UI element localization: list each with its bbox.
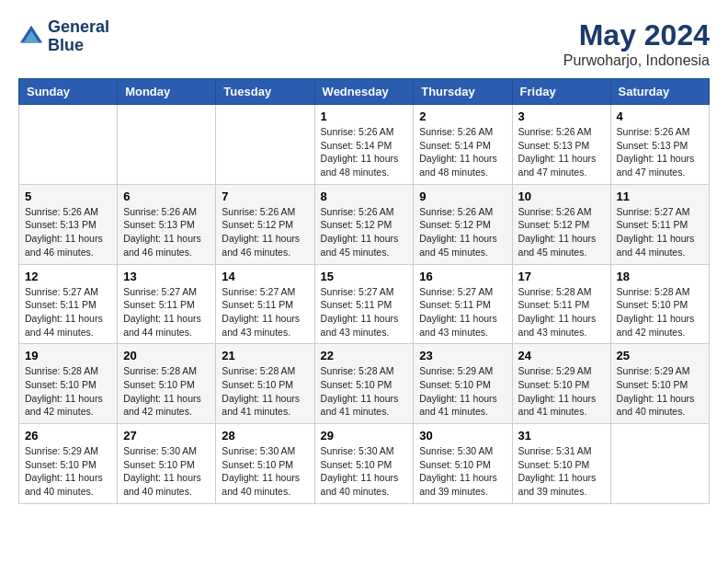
calendar-cell: 22Sunrise: 5:28 AM Sunset: 5:10 PM Dayli… xyxy=(314,344,414,424)
day-number: 19 xyxy=(25,349,111,362)
day-number: 21 xyxy=(222,349,308,362)
day-info: Sunrise: 5:27 AM Sunset: 5:11 PM Dayligh… xyxy=(321,285,408,339)
day-number: 10 xyxy=(518,190,605,203)
day-number: 7 xyxy=(222,190,308,203)
day-number: 9 xyxy=(419,190,506,203)
calendar-cell: 26Sunrise: 5:29 AM Sunset: 5:10 PM Dayli… xyxy=(19,424,118,504)
calendar-cell: 17Sunrise: 5:28 AM Sunset: 5:11 PM Dayli… xyxy=(512,264,610,344)
calendar-cell: 4Sunrise: 5:26 AM Sunset: 5:13 PM Daylig… xyxy=(610,105,709,185)
calendar-cell: 3Sunrise: 5:26 AM Sunset: 5:13 PM Daylig… xyxy=(512,105,610,185)
weekday-header: Wednesday xyxy=(314,79,414,105)
day-info: Sunrise: 5:29 AM Sunset: 5:10 PM Dayligh… xyxy=(617,364,703,419)
day-number: 3 xyxy=(518,109,605,123)
day-number: 27 xyxy=(123,429,210,442)
day-info: Sunrise: 5:31 AM Sunset: 5:10 PM Dayligh… xyxy=(518,444,605,499)
title-block: May 2024 Purwoharjo, Indonesia xyxy=(563,18,710,69)
calendar-week-row: 19Sunrise: 5:28 AM Sunset: 5:10 PM Dayli… xyxy=(19,344,710,424)
day-number: 23 xyxy=(419,349,506,362)
day-info: Sunrise: 5:27 AM Sunset: 5:11 PM Dayligh… xyxy=(25,285,111,339)
day-info: Sunrise: 5:26 AM Sunset: 5:13 PM Dayligh… xyxy=(123,205,210,259)
weekday-header: Sunday xyxy=(19,79,118,105)
calendar-cell: 25Sunrise: 5:29 AM Sunset: 5:10 PM Dayli… xyxy=(610,344,709,424)
day-info: Sunrise: 5:30 AM Sunset: 5:10 PM Dayligh… xyxy=(222,444,308,499)
day-info: Sunrise: 5:28 AM Sunset: 5:10 PM Dayligh… xyxy=(321,364,408,419)
day-info: Sunrise: 5:30 AM Sunset: 5:10 PM Dayligh… xyxy=(123,444,210,499)
calendar-cell: 15Sunrise: 5:27 AM Sunset: 5:11 PM Dayli… xyxy=(314,264,414,344)
calendar-cell xyxy=(216,105,314,185)
day-number: 20 xyxy=(123,349,210,362)
calendar-cell: 12Sunrise: 5:27 AM Sunset: 5:11 PM Dayli… xyxy=(19,264,118,344)
day-number: 13 xyxy=(123,270,210,283)
calendar-cell: 9Sunrise: 5:26 AM Sunset: 5:12 PM Daylig… xyxy=(414,184,512,264)
calendar-week-row: 26Sunrise: 5:29 AM Sunset: 5:10 PM Dayli… xyxy=(19,424,710,504)
day-number: 31 xyxy=(518,429,605,442)
day-info: Sunrise: 5:26 AM Sunset: 5:13 PM Dayligh… xyxy=(617,125,703,179)
calendar-cell: 19Sunrise: 5:28 AM Sunset: 5:10 PM Dayli… xyxy=(19,344,118,424)
calendar-cell: 20Sunrise: 5:28 AM Sunset: 5:10 PM Dayli… xyxy=(118,344,216,424)
day-info: Sunrise: 5:28 AM Sunset: 5:10 PM Dayligh… xyxy=(617,285,703,339)
calendar-week-row: 5Sunrise: 5:26 AM Sunset: 5:13 PM Daylig… xyxy=(19,184,710,264)
day-number: 15 xyxy=(321,270,408,283)
weekday-header: Saturday xyxy=(610,79,709,105)
day-number: 26 xyxy=(25,429,111,442)
day-info: Sunrise: 5:26 AM Sunset: 5:12 PM Dayligh… xyxy=(222,205,308,259)
calendar-cell: 7Sunrise: 5:26 AM Sunset: 5:12 PM Daylig… xyxy=(216,184,314,264)
calendar-cell: 30Sunrise: 5:30 AM Sunset: 5:10 PM Dayli… xyxy=(414,424,512,504)
day-number: 18 xyxy=(617,270,703,283)
day-number: 4 xyxy=(617,109,703,123)
logo-text: General Blue xyxy=(48,18,109,55)
month-title: May 2024 xyxy=(563,18,710,52)
calendar-cell: 21Sunrise: 5:28 AM Sunset: 5:10 PM Dayli… xyxy=(216,344,314,424)
day-info: Sunrise: 5:30 AM Sunset: 5:10 PM Dayligh… xyxy=(321,444,408,499)
logo: General Blue xyxy=(18,18,109,55)
logo-icon xyxy=(18,24,44,50)
day-info: Sunrise: 5:28 AM Sunset: 5:10 PM Dayligh… xyxy=(123,364,210,419)
day-number: 25 xyxy=(617,349,703,362)
day-number: 5 xyxy=(25,190,111,203)
weekday-header: Thursday xyxy=(414,79,512,105)
calendar-cell: 8Sunrise: 5:26 AM Sunset: 5:12 PM Daylig… xyxy=(314,184,414,264)
calendar-cell: 1Sunrise: 5:26 AM Sunset: 5:14 PM Daylig… xyxy=(314,105,414,185)
day-info: Sunrise: 5:28 AM Sunset: 5:11 PM Dayligh… xyxy=(518,285,605,339)
day-info: Sunrise: 5:27 AM Sunset: 5:11 PM Dayligh… xyxy=(123,285,210,339)
calendar-cell: 14Sunrise: 5:27 AM Sunset: 5:11 PM Dayli… xyxy=(216,264,314,344)
day-info: Sunrise: 5:30 AM Sunset: 5:10 PM Dayligh… xyxy=(419,444,506,499)
day-number: 14 xyxy=(222,270,308,283)
calendar-cell: 16Sunrise: 5:27 AM Sunset: 5:11 PM Dayli… xyxy=(414,264,512,344)
day-info: Sunrise: 5:27 AM Sunset: 5:11 PM Dayligh… xyxy=(419,285,506,339)
day-number: 28 xyxy=(222,429,308,442)
day-info: Sunrise: 5:26 AM Sunset: 5:14 PM Dayligh… xyxy=(419,125,506,179)
day-number: 24 xyxy=(518,349,605,362)
calendar-cell xyxy=(118,105,216,185)
day-number: 17 xyxy=(518,270,605,283)
calendar-cell: 24Sunrise: 5:29 AM Sunset: 5:10 PM Dayli… xyxy=(512,344,610,424)
weekday-header: Monday xyxy=(118,79,216,105)
calendar-cell xyxy=(19,105,118,185)
calendar-week-row: 12Sunrise: 5:27 AM Sunset: 5:11 PM Dayli… xyxy=(19,264,710,344)
day-info: Sunrise: 5:28 AM Sunset: 5:10 PM Dayligh… xyxy=(25,364,111,419)
day-number: 16 xyxy=(419,270,506,283)
calendar-cell: 31Sunrise: 5:31 AM Sunset: 5:10 PM Dayli… xyxy=(512,424,610,504)
calendar-cell: 2Sunrise: 5:26 AM Sunset: 5:14 PM Daylig… xyxy=(414,105,512,185)
day-info: Sunrise: 5:28 AM Sunset: 5:10 PM Dayligh… xyxy=(222,364,308,419)
calendar-cell: 6Sunrise: 5:26 AM Sunset: 5:13 PM Daylig… xyxy=(118,184,216,264)
page-header: General Blue May 2024 Purwoharjo, Indone… xyxy=(18,18,710,69)
day-info: Sunrise: 5:26 AM Sunset: 5:13 PM Dayligh… xyxy=(25,205,111,259)
day-number: 29 xyxy=(321,429,408,442)
day-info: Sunrise: 5:26 AM Sunset: 5:12 PM Dayligh… xyxy=(518,205,605,259)
weekday-header: Friday xyxy=(512,79,610,105)
calendar-cell: 27Sunrise: 5:30 AM Sunset: 5:10 PM Dayli… xyxy=(118,424,216,504)
calendar-cell: 29Sunrise: 5:30 AM Sunset: 5:10 PM Dayli… xyxy=(314,424,414,504)
calendar-week-row: 1Sunrise: 5:26 AM Sunset: 5:14 PM Daylig… xyxy=(19,105,710,185)
day-info: Sunrise: 5:26 AM Sunset: 5:12 PM Dayligh… xyxy=(321,205,408,259)
weekday-header: Tuesday xyxy=(216,79,314,105)
day-number: 12 xyxy=(25,270,111,283)
day-info: Sunrise: 5:26 AM Sunset: 5:13 PM Dayligh… xyxy=(518,125,605,179)
day-number: 30 xyxy=(419,429,506,442)
day-number: 6 xyxy=(123,190,210,203)
day-number: 1 xyxy=(321,109,408,123)
calendar-cell xyxy=(610,424,709,504)
calendar-header-row: SundayMondayTuesdayWednesdayThursdayFrid… xyxy=(19,79,710,105)
calendar-cell: 23Sunrise: 5:29 AM Sunset: 5:10 PM Dayli… xyxy=(414,344,512,424)
day-info: Sunrise: 5:29 AM Sunset: 5:10 PM Dayligh… xyxy=(419,364,506,419)
